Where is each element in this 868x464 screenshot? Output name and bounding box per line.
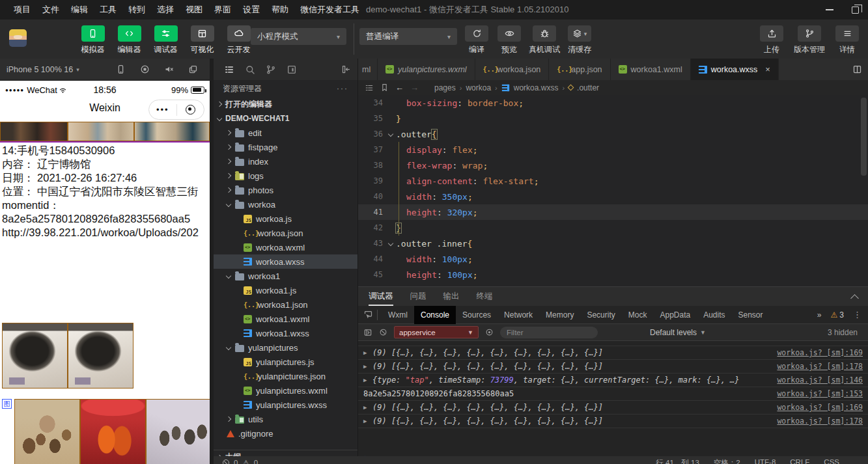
console-row[interactable]: 8a2e5a257801208926fa828355680aa5workoa.j… bbox=[358, 387, 868, 401]
tree-item[interactable]: index bbox=[214, 154, 357, 169]
devtools-tab-appdata[interactable]: AppData bbox=[653, 306, 697, 324]
sim-mute-icon[interactable] bbox=[164, 64, 174, 74]
code-line[interactable]: 36.outter{ bbox=[358, 126, 868, 142]
action-eye[interactable]: 预览 bbox=[496, 25, 522, 55]
menu-item[interactable]: 视图 bbox=[180, 0, 208, 20]
expand-triangle-icon[interactable]: ▶ bbox=[363, 349, 372, 356]
console-row[interactable]: ▶(9) [{…}, {…}, {…}, {…}, {…}, {…}, {…},… bbox=[358, 401, 868, 415]
source-link[interactable]: workoa.js? [sm]:153 bbox=[777, 389, 863, 398]
code-line[interactable]: 45height: 100px; bbox=[358, 267, 868, 282]
editor-scrollbar[interactable] bbox=[861, 98, 867, 176]
code-line[interactable]: 39align-content: flex-start; bbox=[358, 173, 868, 189]
tree-item[interactable]: yulanpictures.json bbox=[214, 369, 357, 383]
tree-item[interactable]: photos bbox=[214, 183, 357, 197]
code-line[interactable]: 37display: flex; bbox=[358, 142, 868, 157]
photo-thumbnail[interactable] bbox=[0, 122, 68, 141]
tree-item[interactable]: logs bbox=[214, 169, 357, 183]
console-row[interactable]: ▶(9) [{…}, {…}, {…}, {…}, {…}, {…}, {…},… bbox=[358, 346, 868, 360]
menu-item[interactable]: 编辑 bbox=[65, 0, 94, 20]
code-line[interactable]: 40width: 350px; bbox=[358, 189, 868, 204]
photo-thumbnail[interactable] bbox=[14, 399, 80, 464]
tree-item[interactable]: workoa.wxss bbox=[214, 254, 357, 269]
tab-workoa.wxss[interactable]: workoa.wxss× bbox=[691, 59, 779, 80]
expand-triangle-icon[interactable]: ▶ bbox=[363, 363, 372, 370]
context-select[interactable]: appservice ▼ bbox=[394, 326, 479, 338]
more-actions-icon[interactable]: ··· bbox=[337, 84, 348, 93]
fold-toggle[interactable] bbox=[385, 241, 396, 245]
mode-select[interactable]: 小程序模式 ▾ bbox=[251, 28, 346, 45]
collapse-sidebar-icon[interactable] bbox=[341, 64, 351, 74]
menu-item[interactable]: 微信开发者工具 bbox=[294, 0, 365, 20]
toolbar-toggle-cloud[interactable]: 云开发 bbox=[223, 25, 254, 55]
photo-thumbnail[interactable] bbox=[2, 323, 68, 389]
sim-phone-icon[interactable] bbox=[116, 64, 126, 74]
encoding[interactable]: UTF-8 bbox=[755, 458, 776, 464]
source-link[interactable]: workoa.js? [sm]:146 bbox=[777, 375, 863, 385]
expand-triangle-icon[interactable]: ▶ bbox=[363, 404, 372, 411]
bookmark-icon[interactable] bbox=[380, 83, 389, 92]
eol-setting[interactable]: CRLF bbox=[790, 458, 809, 464]
tree-item[interactable]: workoa.wxml bbox=[214, 240, 357, 254]
code-line[interactable]: 44width: 100px; bbox=[358, 251, 868, 267]
menu-item[interactable]: 项目 bbox=[8, 0, 36, 20]
close-icon[interactable]: × bbox=[765, 64, 770, 74]
code-line[interactable]: 35} bbox=[358, 111, 868, 126]
filter-input[interactable] bbox=[500, 327, 598, 338]
sidebar-branch-icon[interactable] bbox=[266, 64, 276, 75]
debugger-tab-问题[interactable]: 问题 bbox=[410, 291, 427, 302]
back-arrow-icon[interactable]: ← bbox=[395, 83, 404, 92]
expand-triangle-icon[interactable]: ▶ bbox=[363, 377, 372, 383]
action-layers[interactable]: ▾清缓存 bbox=[567, 25, 593, 55]
code-line[interactable]: 43.outter .inner{ bbox=[358, 236, 868, 251]
tree-item[interactable]: workoa1.json bbox=[214, 297, 357, 312]
photo-thumbnail[interactable] bbox=[134, 122, 210, 141]
indent-setting[interactable]: 空格：2 bbox=[714, 458, 740, 464]
devtools-tab-audits[interactable]: Audits bbox=[697, 306, 731, 324]
action-branch[interactable]: 版本管理 bbox=[794, 25, 825, 55]
code-line[interactable]: 34box-sizing: border-box; bbox=[358, 95, 868, 111]
debugger-tab-终端[interactable]: 终端 bbox=[477, 291, 493, 302]
source-link[interactable]: workoa.js? [sm]:169 bbox=[777, 348, 863, 357]
tree-item[interactable]: fistpage bbox=[214, 140, 357, 154]
tab-workoa.json[interactable]: workoa.json bbox=[475, 59, 550, 80]
language-mode[interactable]: CSS bbox=[824, 458, 839, 464]
photo-thumbnail[interactable] bbox=[80, 399, 146, 464]
console-row[interactable]: ▶(9) [{…}, {…}, {…}, {…}, {…}, {…}, {…},… bbox=[358, 415, 868, 428]
sidebar-toggle-icon[interactable] bbox=[363, 328, 372, 337]
tree-item[interactable]: utils bbox=[214, 412, 357, 426]
code-line[interactable]: 38flex-wrap: wrap; bbox=[358, 157, 868, 173]
devtools-tab-security[interactable]: Security bbox=[580, 306, 621, 324]
forward-arrow-icon[interactable]: → bbox=[410, 83, 419, 92]
photo-thumbnail[interactable] bbox=[68, 122, 134, 141]
menu-item[interactable]: 工具 bbox=[94, 0, 122, 20]
tree-item[interactable]: workoa.json bbox=[214, 226, 357, 240]
more-dots-icon[interactable]: ••• bbox=[149, 105, 176, 115]
split-editor-icon[interactable] bbox=[846, 59, 868, 80]
photo-thumbnail[interactable] bbox=[146, 399, 210, 464]
photo-thumbnail[interactable] bbox=[68, 323, 133, 389]
fold-toggle[interactable] bbox=[385, 132, 396, 136]
clear-console-icon[interactable] bbox=[379, 328, 387, 336]
device-selector[interactable]: iPhone 5 100% 16 bbox=[7, 65, 73, 74]
warning-badge[interactable]: ⚠3 bbox=[831, 310, 844, 320]
tree-item[interactable]: .gitignore bbox=[214, 426, 357, 441]
capsule-menu[interactable]: ••• bbox=[148, 100, 204, 120]
toolbar-toggle-sliders[interactable]: 调试器 bbox=[150, 25, 181, 55]
breadcrumb-item[interactable]: pages bbox=[434, 83, 456, 92]
sidebar-files-icon[interactable] bbox=[224, 64, 234, 75]
live-expression-icon[interactable] bbox=[485, 328, 494, 336]
project-root-section[interactable]: DEMO-WECHAT1 bbox=[214, 111, 357, 126]
menu-item[interactable]: 界面 bbox=[208, 0, 237, 20]
sidebar-search-icon[interactable] bbox=[245, 64, 255, 75]
breadcrumb-item[interactable]: workoa bbox=[466, 83, 491, 92]
restore-button-icon[interactable] bbox=[852, 7, 859, 14]
expand-triangle-icon[interactable]: ▶ bbox=[363, 418, 372, 424]
source-link[interactable]: workoa.js? [sm]:178 bbox=[777, 362, 863, 371]
tree-item[interactable]: workoa1.js bbox=[214, 283, 357, 297]
devtools-tab-mock[interactable]: Mock bbox=[622, 306, 654, 324]
source-link[interactable]: workoa.js? [sm]:178 bbox=[777, 416, 863, 426]
breadcrumb-item[interactable]: .outter bbox=[577, 83, 599, 92]
more-options-icon[interactable]: ⋮ bbox=[853, 310, 861, 320]
collapse-panel-icon[interactable] bbox=[850, 294, 859, 303]
overflow-tabs-icon[interactable]: » bbox=[817, 310, 822, 320]
